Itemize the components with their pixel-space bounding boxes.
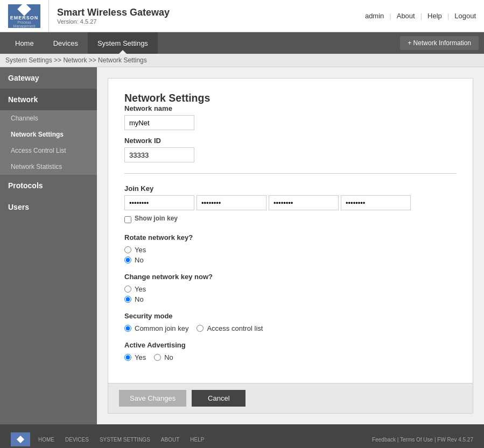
nav-devices[interactable]: Devices [44, 32, 88, 54]
page-title: Network Settings [124, 92, 457, 104]
footer-about[interactable]: ABOUT [161, 437, 179, 443]
advertising-yes-option: Yes [124, 353, 146, 361]
content-panel: Network Settings Network name Network ID… [108, 78, 473, 414]
sidebar-protocols[interactable]: Protocols [0, 175, 97, 196]
sidebar-item-access-control[interactable]: Access Control List [0, 143, 97, 159]
rotate-yes-radio[interactable] [124, 246, 131, 253]
security-access-control-option: Access control list [197, 324, 263, 332]
join-key-group: Join Key Show join key [124, 184, 457, 225]
sidebar-network[interactable]: Network [0, 89, 97, 110]
help-link[interactable]: Help [427, 12, 442, 20]
footer-top: HOME DEVICES SYSTEM SETTINGS ABOUT HELP … [11, 432, 473, 446]
content-area: Network Settings Network name Network ID… [97, 67, 484, 424]
footer-system-settings[interactable]: SYSTEM SETTINGS [100, 437, 150, 443]
breadcrumb-text: System Settings >> Network >> Network Se… [5, 56, 147, 64]
main-layout: Gateway Network Channels Network Setting… [0, 67, 484, 424]
change-network-key-group: Change network key now? Yes No [124, 273, 457, 303]
change-yes-option: Yes [124, 285, 457, 293]
footer-devices[interactable]: DEVICES [65, 437, 89, 443]
show-join-key-row: Show join key [124, 215, 457, 225]
footer-feedback[interactable]: Feedback [372, 437, 396, 443]
network-id-label: Network ID [124, 137, 457, 145]
navbar: Home Devices System Settings + Network I… [0, 32, 484, 54]
footer-home[interactable]: HOME [38, 437, 54, 443]
network-info-button[interactable]: + Network Information [400, 36, 479, 50]
sidebar-gateway[interactable]: Gateway [0, 67, 97, 89]
sidebar-item-network-settings[interactable]: Network Settings [0, 126, 97, 143]
sidebar-users[interactable]: Users [0, 196, 97, 218]
change-yes-radio[interactable] [124, 286, 131, 293]
advertising-yes-label: Yes [135, 353, 146, 361]
emerson-logo: EMERSON Process Management [8, 4, 40, 28]
network-name-group: Network name [124, 104, 457, 130]
footer-nav: HOME DEVICES SYSTEM SETTINGS ABOUT HELP [38, 437, 204, 443]
footer-left: HOME DEVICES SYSTEM SETTINGS ABOUT HELP [11, 432, 204, 446]
change-no-label: No [135, 295, 144, 303]
footer-logo [11, 432, 30, 446]
join-key-input-3[interactable] [269, 195, 339, 210]
header-title: Smart Wireless Gateway Version: 4.5.27 [57, 7, 170, 25]
footer-help[interactable]: HELP [190, 437, 204, 443]
logo-diamond [17, 2, 31, 16]
network-id-group: Network ID [124, 137, 457, 162]
cancel-button[interactable]: Cancel [192, 390, 245, 407]
advertising-no-option: No [154, 353, 173, 361]
sidebar-network-submenu: Channels Network Settings Access Control… [0, 110, 97, 175]
active-advertising-group: Active Advertising Yes No [124, 341, 457, 364]
nav-home[interactable]: Home [5, 32, 44, 54]
security-access-radio[interactable] [197, 325, 204, 332]
footer-fw-version: FW Rev 4.5.27 [437, 437, 473, 443]
change-no-option: No [124, 295, 457, 303]
security-mode-label: Security mode [124, 312, 457, 320]
button-row: Save Changes Cancel [108, 383, 473, 413]
rotate-no-label: No [135, 256, 144, 264]
rotate-network-key-group: Rotate network key? Yes No [124, 233, 457, 264]
change-yes-label: Yes [135, 285, 146, 293]
network-name-input[interactable] [124, 115, 194, 130]
header-user-area: admin | About | Help | Logout [365, 12, 476, 20]
security-mode-row: Common join key Access control list [124, 324, 457, 332]
about-link[interactable]: About [397, 12, 415, 20]
sidebar: Gateway Network Channels Network Setting… [0, 67, 97, 424]
nav-system-settings[interactable]: System Settings [88, 32, 158, 54]
join-key-input-1[interactable] [124, 195, 194, 210]
active-advertising-label: Active Advertising [124, 341, 457, 349]
logo-sub-text: Process Management [8, 20, 40, 28]
sidebar-users-label: Users [8, 203, 29, 211]
rotate-yes-label: Yes [135, 246, 146, 254]
sidebar-item-network-stats[interactable]: Network Statistics [0, 159, 97, 175]
change-network-key-label: Change network key now? [124, 273, 457, 281]
join-key-label: Join Key [124, 184, 457, 193]
join-key-input-4[interactable] [341, 195, 411, 210]
header-logo: EMERSON Process Management [8, 0, 49, 32]
header: EMERSON Process Management Smart Wireles… [0, 0, 484, 32]
footer-logo-diamond [17, 436, 24, 443]
advertising-no-radio[interactable] [154, 354, 161, 361]
network-name-label: Network name [124, 104, 457, 112]
sidebar-item-channels[interactable]: Channels [0, 110, 97, 126]
username-label: admin [365, 12, 384, 20]
show-join-key-label[interactable]: Show join key [135, 215, 178, 222]
network-id-input[interactable] [124, 147, 194, 162]
rotate-no-radio[interactable] [124, 257, 131, 264]
security-common-label: Common join key [135, 324, 188, 332]
sidebar-gateway-label: Gateway [8, 74, 39, 82]
security-common-radio[interactable] [124, 325, 131, 332]
advertising-yes-radio[interactable] [124, 354, 131, 361]
rotate-network-key-label: Rotate network key? [124, 233, 457, 241]
sidebar-network-label: Network [8, 95, 38, 104]
advertising-no-label: No [164, 353, 173, 361]
logout-link[interactable]: Logout [454, 12, 476, 20]
panel-body: Network Settings Network name Network ID… [108, 79, 473, 383]
app-version: Version: 4.5.27 [57, 18, 170, 25]
show-join-key-checkbox[interactable] [124, 216, 131, 223]
footer-right: Feedback | Terms Of Use | FW Rev 4.5.27 [372, 437, 473, 443]
breadcrumb: System Settings >> Network >> Network Se… [0, 54, 484, 67]
save-changes-button[interactable]: Save Changes [119, 390, 186, 407]
join-key-input-2[interactable] [197, 195, 266, 210]
footer-terms[interactable]: Terms Of Use [400, 437, 433, 443]
navbar-right: + Network Information [400, 36, 479, 50]
active-advertising-row: Yes No [124, 353, 457, 364]
rotate-no-option: No [124, 256, 457, 264]
change-no-radio[interactable] [124, 296, 131, 303]
